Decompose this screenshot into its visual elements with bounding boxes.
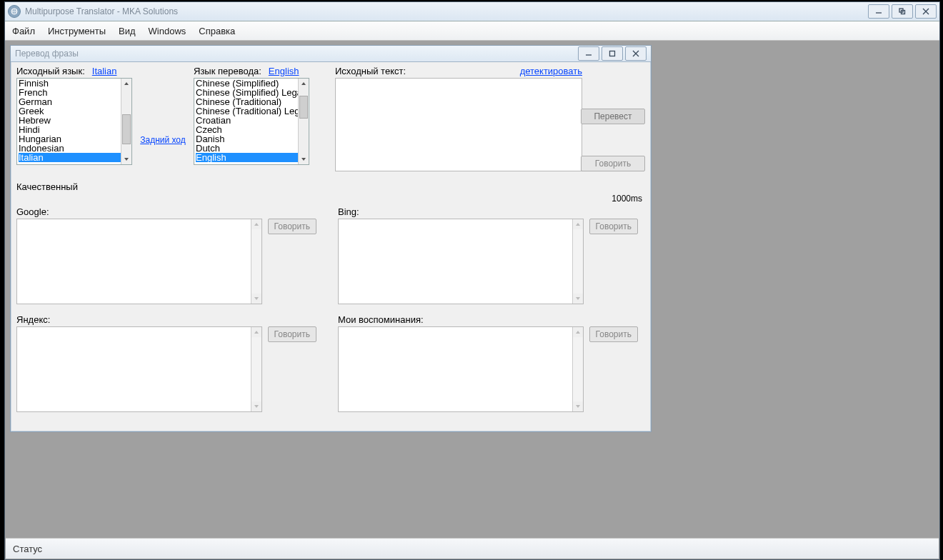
child-maximize-button[interactable]: [602, 46, 623, 61]
scroll-down-icon[interactable]: [299, 154, 309, 164]
child-close-button[interactable]: [625, 46, 647, 61]
detect-link[interactable]: детектировать: [520, 66, 582, 76]
speak-result-button[interactable]: Говорить: [268, 326, 316, 342]
child-title: Перевод фразы: [15, 49, 79, 59]
target-lang-link[interactable]: English: [269, 66, 299, 76]
scroll-down-icon[interactable]: [251, 294, 261, 304]
minimize-button[interactable]: [868, 4, 889, 19]
maximize-button[interactable]: [892, 4, 913, 19]
scroll-thumb[interactable]: [299, 96, 308, 119]
quality-label: Качественный: [16, 181, 645, 192]
menu-help[interactable]: Справка: [199, 26, 235, 36]
menubar: Файл Инструменты Вид Windows Справка: [5, 21, 939, 41]
menu-tools[interactable]: Инструменты: [48, 26, 106, 36]
scrollbar[interactable]: [298, 79, 309, 164]
result-textarea[interactable]: [16, 326, 262, 412]
result-label: Мои воспоминания:: [338, 314, 638, 325]
main-window: Multipurpose Translator - MKA Solutions …: [4, 1, 940, 560]
menu-windows[interactable]: Windows: [149, 26, 186, 36]
scrollbar[interactable]: [572, 327, 583, 411]
child-window: Перевод фразы Исходный язык: Italian: [10, 45, 652, 432]
svg-rect-3: [610, 51, 615, 56]
source-lang-label: Исходный язык:: [16, 66, 85, 76]
target-lang-label: Язык перевода:: [194, 66, 261, 76]
scroll-down-icon[interactable]: [121, 154, 131, 164]
scrollbar[interactable]: [251, 327, 261, 411]
speak-result-button[interactable]: Говорить: [589, 326, 638, 342]
titlebar: Multipurpose Translator - MKA Solutions: [5, 2, 939, 21]
speak-source-button[interactable]: Говорить: [581, 156, 645, 171]
scroll-up-icon[interactable]: [251, 327, 261, 337]
scrollbar[interactable]: [572, 219, 583, 304]
menu-file[interactable]: Файл: [12, 26, 35, 36]
scroll-up-icon[interactable]: [121, 79, 131, 89]
result-label: Bing:: [338, 206, 638, 217]
result-textarea[interactable]: [338, 219, 584, 304]
scroll-down-icon[interactable]: [573, 401, 583, 411]
scroll-thumb[interactable]: [122, 114, 131, 144]
statusbar: Статус: [6, 538, 939, 559]
menu-view[interactable]: Вид: [119, 26, 136, 36]
app-title: Multipurpose Translator - MKA Solutions: [25, 6, 178, 16]
scrollbar[interactable]: [121, 79, 131, 164]
source-lang-link[interactable]: Italian: [92, 66, 117, 76]
list-item[interactable]: Italian: [19, 153, 121, 162]
speak-result-button[interactable]: Говорить: [589, 219, 638, 234]
status-text: Статус: [13, 544, 42, 554]
close-button[interactable]: [915, 4, 937, 19]
scroll-up-icon[interactable]: [573, 219, 583, 229]
target-lang-list[interactable]: Chinese (Simplified)Chinese (Simplified)…: [194, 78, 309, 165]
scrollbar[interactable]: [251, 219, 261, 304]
source-text-input[interactable]: [335, 78, 582, 171]
source-text-label: Исходный текст:: [335, 66, 406, 76]
scroll-down-icon[interactable]: [573, 294, 583, 304]
child-titlebar: Перевод фразы: [11, 46, 651, 62]
list-item[interactable]: English: [196, 153, 299, 162]
timing-label: 1000ms: [16, 194, 645, 204]
child-minimize-button[interactable]: [578, 46, 599, 61]
reverse-link[interactable]: Задний ход: [140, 135, 186, 145]
source-lang-list[interactable]: FinnishFrenchGermanGreekHebrewHindiHunga…: [16, 78, 132, 165]
scroll-up-icon[interactable]: [251, 219, 261, 229]
scroll-down-icon[interactable]: [251, 401, 261, 411]
speak-result-button[interactable]: Говорить: [268, 219, 316, 234]
mdi-area: Перевод фразы Исходный язык: Italian: [6, 41, 939, 538]
scroll-up-icon[interactable]: [299, 79, 309, 89]
result-label: Яндекс:: [16, 314, 316, 325]
scroll-up-icon[interactable]: [573, 327, 583, 337]
globe-icon: [8, 5, 21, 18]
result-textarea[interactable]: [338, 326, 584, 412]
result-textarea[interactable]: [16, 219, 262, 304]
result-label: Google:: [16, 206, 316, 217]
translate-button[interactable]: Перевест: [581, 109, 645, 124]
